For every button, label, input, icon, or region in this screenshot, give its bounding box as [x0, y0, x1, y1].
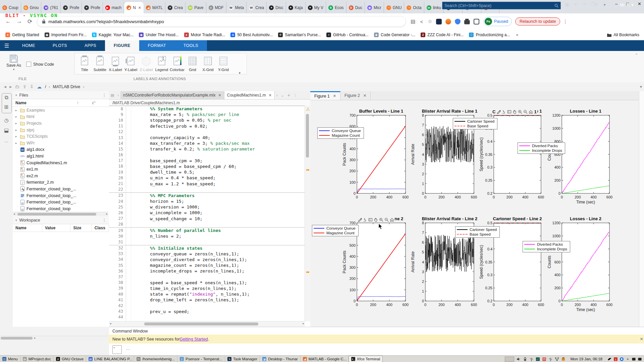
browser-tab[interactable]: GGrou: [21, 2, 42, 13]
expand-caret-icon[interactable]: ▸: [15, 115, 18, 118]
files-panel-header[interactable]: ▾ Files ⋮: [13, 91, 109, 99]
browser-tab[interactable]: ◉Micr: [365, 2, 384, 13]
zoomout-tool-icon[interactable]: [384, 218, 389, 222]
browser-tab[interactable]: WCrea: [247, 2, 267, 13]
code-area[interactable]: 8%% System Parameters9max_rate = 5; % pa…: [109, 106, 305, 321]
checkbox[interactable]: [26, 62, 31, 67]
panel-icon[interactable]: [632, 357, 636, 361]
clipboard-icon[interactable]: ▤: [411, 18, 415, 24]
network-tray-icon[interactable]: [555, 357, 559, 361]
toolstrip-tab-apps[interactable]: APPS: [76, 40, 105, 51]
browser-tab[interactable]: ◢MATL: [144, 2, 165, 13]
box-rail-icon[interactable]: ⬓: [0, 127, 13, 133]
forward-icon[interactable]: →: [16, 18, 22, 25]
bookmark-item[interactable]: ♦Motor Trade Radi...: [184, 33, 225, 37]
browser-tab[interactable]: WMeta: [226, 2, 247, 13]
expand-caret-icon[interactable]: ▸: [15, 109, 18, 112]
ribbon-button-subtitle[interactable]: Subtitle: [92, 56, 108, 72]
taskbar-item[interactable]: ▤LINE BALANCING P...: [86, 356, 134, 362]
relaunch-to-update-button[interactable]: Relaunch to update: [515, 17, 560, 25]
folder-row[interactable]: ▸Projects: [13, 120, 109, 127]
browser-tab[interactable]: DDuc: [346, 2, 365, 13]
editor-hscrollbar[interactable]: ◂ ▸: [109, 321, 305, 327]
dot-icon[interactable]: [626, 357, 630, 361]
workspace-column-name[interactable]: Name: [13, 224, 42, 232]
browser-tab[interactable]: ◔GNU: [384, 2, 405, 13]
workspace-kebab-icon[interactable]: ⋮: [102, 218, 107, 223]
editor-kebab-icon[interactable]: ⋮: [292, 91, 299, 99]
bookmark-item[interactable]: ◖GitHub - Continua...: [326, 33, 369, 37]
browser-tab[interactable]: ◔Octa: [404, 2, 424, 13]
file-row[interactable]: Walg1.docx: [13, 146, 109, 153]
volume-tray-icon[interactable]: [517, 357, 521, 361]
ribbon-button-x-grid[interactable]: X-Grid: [200, 56, 216, 72]
command-prompt-row[interactable]: » ⋯: [109, 344, 644, 355]
plot-legend[interactable]: Conveyor QueueMagazine Count: [312, 225, 359, 236]
editor-tab[interactable]: nSMCControllerForRoboticManipulatorExamp…: [120, 91, 224, 99]
history-rail-icon[interactable]: ◷: [0, 117, 13, 123]
expand-caret-icon[interactable]: ▸: [15, 122, 18, 125]
folder-row[interactable]: ▸Examples: [13, 107, 109, 114]
collapse-ribbon-icon[interactable]: ⌃: [635, 53, 638, 57]
address-bar[interactable]: matlab.mathworks.com/?elqsid=5fnaxkbvwsm…: [37, 16, 406, 27]
help-icon[interactable]: ?: [602, 2, 605, 7]
legend-tool-icon[interactable]: [507, 110, 512, 114]
figure-tab[interactable]: Figure 1✕: [310, 91, 340, 100]
bookmark-item[interactable]: kKaggle: Your Mac...: [92, 33, 133, 37]
file-row[interactable]: Fermentor_closed_loop_...: [13, 199, 109, 205]
user-menu[interactable]: Mr. P. ▾: [620, 2, 634, 7]
ribbon-button-title[interactable]: Title: [77, 56, 92, 72]
bird-icon[interactable]: [607, 357, 612, 361]
breadcrumb-matlab-drive[interactable]: MATLAB Drive: [53, 84, 80, 89]
file-row[interactable]: Fermentor_closed_loop: [13, 205, 109, 212]
hamburger-menu-icon[interactable]: ☰: [0, 40, 13, 51]
download-icon[interactable]: ⇩: [30, 84, 34, 89]
editor-tab-close-icon[interactable]: ✕: [268, 93, 272, 98]
expand-caret-icon[interactable]: ▸: [15, 135, 18, 138]
browser-tab[interactable]: ✦Profe: [61, 2, 82, 13]
file-row[interactable]: </>alg1.html: [13, 153, 109, 160]
upload-icon[interactable]: ⇧: [23, 84, 26, 89]
files-kebab-icon[interactable]: ⋮: [102, 93, 107, 98]
pan-tool-icon[interactable]: [374, 218, 378, 222]
expand-caret-icon[interactable]: ▸: [15, 141, 18, 145]
taskbar-item[interactable]: ◫Menu: [0, 356, 20, 362]
taskbar-item[interactable]: 2GNU Octave: [54, 356, 86, 362]
sidebar-icon[interactable]: [474, 19, 479, 24]
browser-tab[interactable]: ◢N✕: [124, 2, 144, 13]
taskbar-item[interactable]: ◢MATLAB - Google C...: [301, 356, 348, 362]
code-analyzer-warning-icon[interactable]: ⚠: [306, 107, 310, 112]
new-folder-icon[interactable]: 🗀: [15, 84, 19, 89]
browser-tab[interactable]: ◎MDF: [206, 2, 226, 13]
new-document-icon[interactable]: +: [286, 91, 292, 99]
bookmark-item[interactable]: ☻Code Generator -...: [374, 33, 415, 37]
pan-tool-icon[interactable]: [513, 110, 517, 114]
folder-row[interactable]: ▸slprj: [13, 127, 109, 133]
folder-row[interactable]: ▸WPr: [13, 140, 109, 146]
taskbar-item[interactable]: ∿Task Manager: [225, 356, 260, 362]
doclist-icon[interactable]: ▤: [109, 91, 116, 99]
files-rail-icon[interactable]: ⧉: [0, 95, 13, 101]
redo-icon[interactable]: ↷: [583, 2, 587, 7]
browser-tab[interactable]: ✦Disc: [267, 2, 286, 13]
toolstrip-tab-home[interactable]: HOME: [13, 40, 44, 51]
editor-vscrollbar[interactable]: [305, 106, 310, 321]
back-icon[interactable]: ←: [5, 18, 11, 25]
bookmark-item[interactable]: ●Getting Started: [5, 33, 39, 37]
browser-tab[interactable]: ▶mach: [103, 2, 124, 13]
usb-tray-icon[interactable]: [529, 357, 534, 361]
browser-tab[interactable]: iDPave: [185, 2, 206, 13]
tab-close-icon[interactable]: ✕: [138, 6, 141, 10]
bookmark-item[interactable]: A50 Best Automotiv...: [230, 33, 273, 37]
reload-icon[interactable]: ⟳: [28, 18, 32, 25]
matlab-search-input[interactable]: Search (Ctrl+Shift+Space): [442, 2, 561, 9]
editor-tab-close-icon[interactable]: ✕: [218, 93, 221, 98]
figure-tab[interactable]: Figure 2✕: [340, 91, 371, 100]
toolstrip-tab-tools[interactable]: TOOLS: [175, 40, 207, 51]
pathbar-caret[interactable]: ▾: [640, 84, 642, 89]
figure-tab-close-icon[interactable]: ✕: [332, 94, 336, 98]
figure-scrollbar[interactable]: [639, 91, 644, 327]
axes-toolbar[interactable]: C1: [492, 109, 537, 115]
plot-legend[interactable]: Conveyor QueueMagazine Count: [317, 127, 364, 139]
file-row[interactable]: ffermentor_2.m: [13, 179, 109, 186]
